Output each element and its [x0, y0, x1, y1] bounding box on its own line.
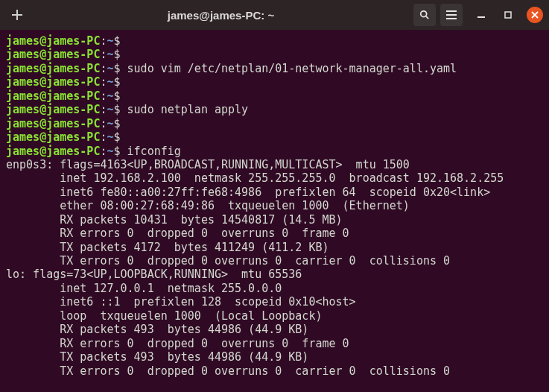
prompt-line: james@james-PC:~$: [6, 117, 543, 130]
output-line: TX errors 0 dropped 0 overruns 0 carrier…: [6, 364, 543, 378]
output-line: inet6 fe80::a00:27ff:fe68:4986 prefixlen…: [6, 186, 543, 199]
prompt-path: ~: [107, 130, 113, 144]
command-text: sudo netplan apply: [127, 103, 249, 116]
prompt-line: james@james-PC:~$: [6, 130, 543, 144]
prompt-dollar: $: [114, 145, 121, 158]
prompt-dollar: $: [114, 117, 121, 130]
hamburger-menu-button[interactable]: [440, 4, 463, 26]
prompt-path: ~: [107, 48, 113, 61]
output-line: enp0s3: flags=4163<UP,BROADCAST,RUNNING,…: [6, 158, 543, 171]
prompt-userhost: james@james-PC: [6, 48, 100, 61]
svg-rect-5: [477, 16, 485, 18]
svg-rect-2: [446, 10, 457, 12]
prompt-path: ~: [107, 145, 113, 158]
prompt-userhost: james@james-PC: [6, 145, 100, 158]
prompt-userhost: james@james-PC: [6, 34, 100, 48]
prompt-userhost: james@james-PC: [6, 89, 100, 103]
output-line: inet6 ::1 prefixlen 128 scopeid 0x10<hos…: [6, 295, 543, 309]
prompt-path: ~: [107, 62, 113, 75]
prompt-path: ~: [107, 117, 113, 130]
svg-point-0: [421, 11, 427, 17]
terminal-output[interactable]: james@james-PC:~$ james@james-PC:~$ jame…: [0, 30, 549, 384]
output-line: RX packets 493 bytes 44986 (44.9 KB): [6, 323, 543, 336]
output-line: RX errors 0 dropped 0 overruns 0 frame 0: [6, 337, 543, 350]
prompt-userhost: james@james-PC: [6, 117, 100, 130]
prompt-userhost: james@james-PC: [6, 62, 100, 75]
window-titlebar: james@james-PC: ~: [0, 0, 549, 30]
prompt-dollar: $: [114, 130, 121, 144]
prompt-userhost: james@james-PC: [6, 130, 100, 144]
prompt-dollar: $: [114, 89, 121, 103]
prompt-line: james@james-PC:~$ sudo netplan apply: [6, 103, 543, 116]
prompt-line: james@james-PC:~$: [6, 48, 543, 61]
svg-rect-3: [446, 14, 457, 16]
window-title: james@james-PC: ~: [33, 9, 409, 22]
prompt-dollar: $: [114, 34, 121, 48]
output-line: RX packets 10431 bytes 14540817 (14.5 MB…: [6, 213, 543, 227]
svg-rect-6: [505, 12, 511, 18]
prompt-path: ~: [107, 89, 113, 103]
output-line: lo: flags=73<UP,LOOPBACK,RUNNING> mtu 65…: [6, 268, 543, 281]
minimize-button[interactable]: [473, 7, 489, 23]
prompt-path: ~: [107, 75, 113, 89]
prompt-line: james@james-PC:~$: [6, 34, 543, 48]
output-line: TX errors 0 dropped 0 overruns 0 carrier…: [6, 254, 543, 268]
prompt-path: ~: [107, 34, 113, 48]
minimize-icon: [477, 11, 485, 19]
prompt-dollar: $: [114, 48, 121, 61]
output-line: inet 192.168.2.100 netmask 255.255.255.0…: [6, 171, 543, 185]
command-text: ifconfig: [127, 145, 181, 158]
svg-rect-4: [446, 18, 457, 19]
prompt-dollar: $: [114, 62, 121, 75]
output-line: TX packets 493 bytes 44986 (44.9 KB): [6, 350, 543, 364]
prompt-path: ~: [107, 103, 113, 116]
prompt-dollar: $: [114, 75, 121, 89]
prompt-userhost: james@james-PC: [6, 75, 100, 89]
output-line: TX packets 4172 bytes 411249 (411.2 KB): [6, 241, 543, 254]
command-text: sudo vim /etc/netplan/01-network-manager…: [127, 62, 457, 75]
new-tab-button[interactable]: [6, 4, 28, 26]
prompt-line: james@james-PC:~$ ifconfig: [6, 145, 543, 158]
close-icon: [531, 11, 539, 19]
search-button[interactable]: [413, 4, 436, 26]
prompt-dollar: $: [114, 103, 121, 116]
maximize-icon: [504, 11, 512, 19]
prompt-line: james@james-PC:~$ sudo vim /etc/netplan/…: [6, 62, 543, 75]
prompt-userhost: james@james-PC: [6, 103, 100, 116]
prompt-line: james@james-PC:~$: [6, 75, 543, 89]
output-line: ether 08:00:27:68:49:86 txqueuelen 1000 …: [6, 199, 543, 212]
output-line: RX errors 0 dropped 0 overruns 0 frame 0: [6, 227, 543, 240]
hamburger-icon: [446, 10, 457, 20]
maximize-button[interactable]: [500, 7, 516, 23]
plus-icon: [12, 10, 22, 20]
prompt-line: james@james-PC:~$: [6, 89, 543, 103]
output-line: inet 127.0.0.1 netmask 255.0.0.0: [6, 282, 543, 295]
close-button[interactable]: [527, 7, 543, 23]
search-icon: [419, 10, 430, 20]
svg-line-1: [426, 16, 428, 19]
output-line: loop txqueuelen 1000 (Local Loopback): [6, 309, 543, 323]
